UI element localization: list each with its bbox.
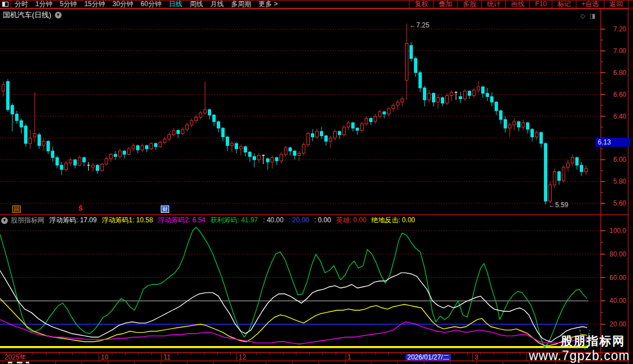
candle-body bbox=[504, 119, 507, 128]
menu-item-画线[interactable]: 画线 bbox=[505, 1, 529, 8]
candle-body bbox=[446, 96, 449, 104]
candle-body bbox=[213, 115, 216, 122]
event-marker[interactable]: 回 bbox=[12, 206, 21, 213]
menu-item-日线[interactable]: 日线 bbox=[169, 1, 182, 8]
candle-body bbox=[186, 125, 189, 129]
menu-item-多周期[interactable]: 多周期 bbox=[231, 1, 251, 8]
candle-body bbox=[195, 117, 198, 120]
candle-body bbox=[441, 97, 444, 103]
candle-body bbox=[110, 155, 113, 159]
candle-body bbox=[302, 144, 305, 153]
candle-body bbox=[311, 134, 314, 137]
price-annotation: ←7.25 bbox=[409, 22, 429, 29]
period-menu: 分时1分钟5分钟15分钟30分钟60分钟日线周线月线多周期更多 > bbox=[11, 1, 278, 8]
candle-body bbox=[325, 136, 328, 142]
candle-body bbox=[11, 105, 14, 114]
event-marker[interactable]: 财 bbox=[161, 206, 169, 213]
menu-item-标记[interactable]: 标记 bbox=[552, 1, 576, 8]
candle-body bbox=[271, 157, 274, 162]
candle-body bbox=[316, 132, 319, 137]
candle-body bbox=[249, 152, 252, 157]
candle-body bbox=[365, 118, 368, 124]
indicator-field: 绝地反击: 0.00 bbox=[371, 217, 415, 224]
candle-body bbox=[406, 43, 408, 80]
indicator-field: : 0.00 bbox=[314, 217, 331, 224]
candle-body bbox=[388, 109, 390, 114]
indicator-site-label: 股朋指标网 bbox=[11, 217, 44, 224]
candle-body bbox=[285, 148, 287, 155]
candle-body bbox=[119, 151, 122, 157]
menu-item-叠加[interactable]: 叠加 bbox=[433, 1, 457, 8]
menu-item-多股[interactable]: 多股 bbox=[457, 1, 481, 8]
menu-item-月线[interactable]: 月线 bbox=[210, 1, 224, 8]
menu-item-5分钟[interactable]: 5分钟 bbox=[60, 1, 77, 8]
indicator-field: 获利筹码: 41.97 bbox=[211, 217, 258, 224]
menu-item-统计[interactable]: 统计 bbox=[481, 1, 505, 8]
candle-body bbox=[513, 122, 516, 125]
candle-body bbox=[509, 125, 511, 128]
chevron-down-icon[interactable]: ▼ bbox=[55, 12, 62, 18]
candle-body bbox=[164, 139, 166, 142]
candle-body bbox=[540, 133, 543, 143]
menu-item-15分钟[interactable]: 15分钟 bbox=[84, 1, 105, 8]
candle-body bbox=[258, 156, 260, 160]
candle-body bbox=[16, 114, 18, 121]
price-axis-label: 6.40 bbox=[605, 113, 626, 120]
indicator-field: 浮动筹码2: 6.54 bbox=[158, 217, 206, 224]
chevron-down-icon[interactable]: ▼ bbox=[1, 217, 8, 224]
event-marker[interactable]: Ŝ bbox=[78, 205, 82, 212]
candle-body bbox=[392, 105, 395, 109]
candle-body bbox=[459, 97, 462, 99]
candle-body bbox=[240, 147, 243, 149]
indicator-field: : 20.00 bbox=[288, 217, 309, 224]
right-panel-toggle-strip[interactable] bbox=[629, 0, 633, 364]
diamond-icon[interactable]: ◇ bbox=[580, 12, 585, 20]
menu-item-F10[interactable]: F10 bbox=[529, 1, 552, 8]
chart-canvas[interactable] bbox=[0, 0, 633, 364]
candle-body bbox=[60, 165, 63, 170]
menu-item-更多 >[interactable]: 更多 > bbox=[258, 1, 277, 8]
candle-body bbox=[334, 132, 337, 138]
candle-body bbox=[114, 155, 117, 157]
indicator-field: 英雄: 0.00 bbox=[336, 217, 366, 224]
candle-body bbox=[150, 143, 153, 149]
date-axis-label: 3 bbox=[474, 354, 478, 361]
candle-body bbox=[123, 151, 126, 155]
candle-body bbox=[473, 90, 476, 96]
app-window: { "app": {"background": "#000000", "fram… bbox=[0, 0, 633, 364]
candle-body bbox=[437, 97, 440, 102]
menu-item-周线[interactable]: 周线 bbox=[189, 1, 203, 8]
candle-body bbox=[173, 130, 175, 135]
split-window-icon bbox=[2, 2, 8, 7]
indicator-field: 浮动筹码: 17.09 bbox=[49, 217, 97, 224]
split-window-icon[interactable]: ◨ bbox=[589, 12, 595, 20]
candle-body bbox=[495, 102, 498, 111]
menu-item-30分钟[interactable]: 30分钟 bbox=[113, 1, 133, 8]
menu-item-分时[interactable]: 分时 bbox=[15, 1, 28, 8]
candle-body bbox=[468, 91, 471, 96]
top-menu-bar: 分时1分钟5分钟15分钟30分钟60分钟日线周线月线多周期更多 > 复权叠加多股… bbox=[0, 0, 633, 8]
candle-body bbox=[155, 143, 157, 147]
menu-item-复权[interactable]: 复权 bbox=[409, 1, 433, 8]
candle-body bbox=[397, 102, 399, 105]
candle-body bbox=[181, 129, 184, 134]
candle-body bbox=[47, 141, 50, 151]
indicator-axis-label: 100.0 bbox=[605, 227, 626, 234]
menu-item-+自选[interactable]: +自选 bbox=[576, 1, 604, 8]
last-price-badge: 6.13 bbox=[595, 138, 630, 147]
candle-body bbox=[320, 132, 323, 136]
candle-body bbox=[553, 172, 556, 185]
candle-body bbox=[105, 158, 108, 164]
menu-item-1分钟[interactable]: 1分钟 bbox=[35, 1, 53, 8]
candle-body bbox=[549, 185, 552, 201]
candle-body bbox=[374, 116, 377, 122]
menu-item-返回[interactable]: 返回 bbox=[604, 1, 629, 8]
candle-body bbox=[361, 124, 364, 130]
watermark-site-name: 股朋指标网 bbox=[561, 334, 625, 348]
clipped-text-fragment bbox=[26, 362, 29, 363]
candle-body bbox=[253, 156, 256, 160]
menu-item-60分钟[interactable]: 60分钟 bbox=[141, 1, 161, 8]
candle-body bbox=[74, 160, 77, 165]
window-layout-button[interactable] bbox=[0, 1, 11, 8]
candle-body bbox=[69, 160, 72, 163]
